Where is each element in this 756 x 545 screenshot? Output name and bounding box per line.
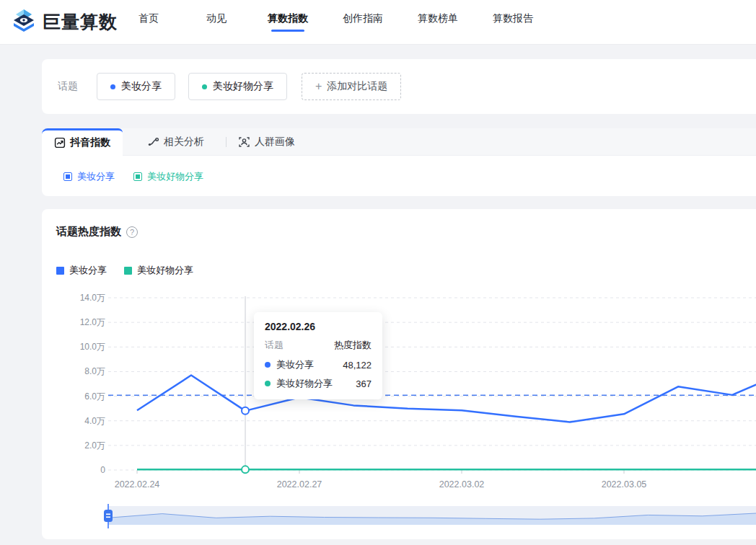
x-axis-label: 2022.03.05 (602, 479, 647, 489)
brush-handle-grip (106, 514, 110, 515)
y-axis-label: 10.0万 (80, 342, 105, 352)
trend-chart-icon (54, 137, 66, 149)
tooltip-row-green: 美妆好物分享 367 (265, 377, 372, 390)
tooltip-date: 2022.02.26 (265, 321, 372, 332)
y-axis-label: 12.0万 (80, 317, 105, 327)
hover-point-marker (242, 466, 249, 473)
y-axis-label: 2.0万 (84, 440, 105, 451)
x-axis-label: 2022.02.24 (115, 479, 160, 489)
top-nav-bar: 巨量算数 首页 动见 算数指数 创作指南 算数榜单 算数报告 (0, 0, 756, 45)
tooltip-col-value: 热度指数 (334, 339, 372, 352)
x-axis-label: 2022.02.27 (277, 479, 322, 489)
hover-point-marker (242, 407, 249, 415)
chart-title: 话题热度指数 (56, 225, 121, 239)
topic-color-dot-blue (110, 84, 115, 89)
add-compare-topic-button[interactable]: + 添加对比话题 (302, 73, 401, 100)
checked-square-icon-blue (63, 172, 72, 181)
tab-douyin-index[interactable]: 抖音指数 (42, 128, 123, 156)
topic-chip-meizhuang-haowu[interactable]: 美妆好物分享 (188, 73, 287, 100)
series-line (137, 371, 756, 422)
y-axis-label: 4.0万 (84, 416, 105, 426)
nav-item-rankings[interactable]: 算数榜单 (418, 12, 458, 32)
checked-square-icon-green (133, 172, 142, 181)
legend-square-blue (56, 267, 64, 275)
heat-index-trend-chart[interactable]: 02.0万4.0万6.0万8.0万10.0万12.0万14.0万2022.02.… (42, 288, 756, 533)
chart-legend-item-blue[interactable]: 美妆分享 (56, 264, 107, 277)
tooltip-col-topic: 话题 (265, 339, 284, 352)
y-axis-label: 14.0万 (80, 293, 105, 303)
index-tabs-card: 抖音指数 相关分析 人群画像 (42, 128, 756, 196)
tooltip-dot-green (265, 381, 271, 386)
topic-label: 话题 (58, 80, 78, 93)
brand-logo-icon (10, 7, 38, 37)
active-nav-underline (271, 30, 304, 32)
y-axis-label: 6.0万 (84, 391, 105, 402)
chart-tooltip: 2022.02.26 话题 热度指数 美妆分享 48,122 美妆好物分享 36… (254, 312, 382, 399)
tab-audience-portrait[interactable]: 人群画像 (235, 128, 308, 156)
main-nav: 首页 动见 算数指数 创作指南 算数榜单 算数报告 (132, 12, 533, 32)
brush-left-handle[interactable] (104, 510, 113, 522)
help-question-icon[interactable]: ? (126, 226, 138, 238)
tooltip-dot-blue (265, 362, 271, 368)
chart-legend: 美妆分享 美妆好物分享 (56, 264, 193, 277)
nav-item-index[interactable]: 算数指数 (268, 12, 308, 32)
topic-chip-meizhuang-fenxiang[interactable]: 美妆分享 (97, 73, 175, 100)
legend-square-green (124, 267, 132, 275)
series-toggle-meizhuang-haowu[interactable]: 美妆好物分享 (133, 170, 203, 183)
nav-item-reports[interactable]: 算数报告 (493, 12, 533, 32)
topic-color-dot-green (202, 84, 207, 89)
plus-icon: + (315, 80, 322, 93)
topic-selector-card: 话题 美妆分享 美妆好物分享 + 添加对比话题 (42, 59, 756, 114)
brand-name: 巨量算数 (43, 10, 118, 34)
relation-curve-icon (147, 136, 159, 148)
tab-strip: 抖音指数 相关分析 人群画像 (42, 128, 756, 156)
chart-legend-item-green[interactable]: 美妆好物分享 (124, 264, 193, 277)
heat-index-chart-card: 话题热度指数 ? 美妆分享 美妆好物分享 02.0万4.0万6.0万8.0万10… (42, 209, 756, 539)
y-axis-label: 8.0万 (84, 366, 105, 376)
nav-item-creation-guide[interactable]: 创作指南 (343, 12, 383, 32)
tooltip-row-blue: 美妆分享 48,122 (265, 358, 372, 371)
brush-handle-grip (106, 517, 110, 518)
nav-item-home[interactable]: 首页 (132, 12, 165, 32)
tab-related-analysis[interactable]: 相关分析 (134, 128, 217, 156)
person-portrait-icon (238, 136, 250, 148)
nav-item-dongjian[interactable]: 动见 (200, 12, 233, 32)
series-toggle-row: 美妆分享 美妆好物分享 (63, 170, 203, 183)
series-toggle-meizhuang-fenxiang[interactable]: 美妆分享 (63, 170, 115, 183)
x-axis-label: 2022.03.02 (439, 479, 485, 489)
tab-divider (226, 137, 227, 147)
y-axis-label: 0 (100, 465, 105, 475)
brand-logo[interactable]: 巨量算数 (10, 7, 118, 37)
